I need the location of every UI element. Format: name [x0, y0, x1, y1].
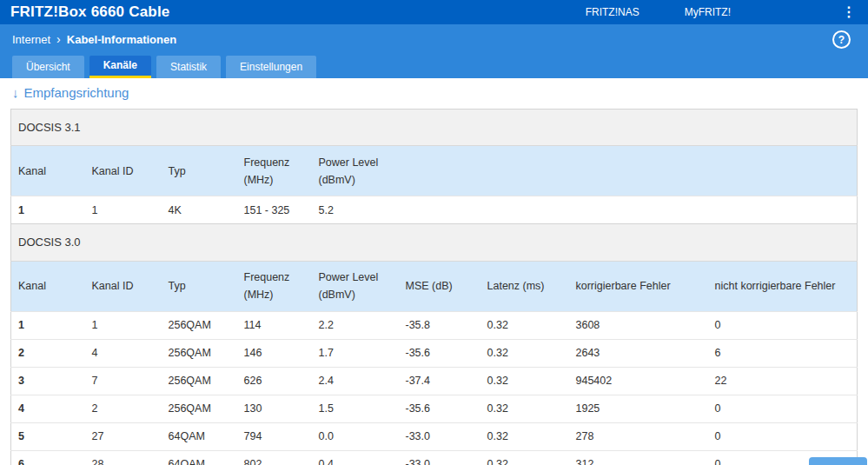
docsis30-table: DOCSIS 3.0KanalKanal IDTypFrequenz (MHz)… [10, 224, 858, 465]
cell: 794 [237, 422, 312, 450]
cell: 151 - 325 [237, 196, 312, 224]
cell: 278 [569, 422, 708, 450]
tab-einstellungen[interactable]: Einstellungen [226, 56, 316, 78]
cell: -35.6 [399, 339, 480, 367]
cell: 312 [569, 450, 708, 465]
section-heading: ↓Empfangsrichtung [10, 78, 858, 109]
column-header: Power Level (dBmV) [312, 146, 858, 196]
app-header: FRITZ!Box 6660 Cable FRITZ!NAS MyFRITZ! … [0, 0, 868, 24]
cell: 256QAM [162, 339, 237, 367]
cell: 1.5 [312, 395, 399, 422]
table-section-row: DOCSIS 3.0 [11, 224, 858, 261]
tab-statistik[interactable]: Statistik [156, 56, 221, 78]
cell: 0.32 [480, 395, 569, 422]
cell: 1925 [569, 395, 708, 422]
cell: 945402 [569, 367, 708, 395]
down-arrow-icon: ↓ [12, 85, 19, 100]
menu-dots-icon[interactable]: ⋮ [842, 5, 856, 19]
breadcrumb-section[interactable]: Internet [12, 33, 50, 46]
table-section-title: DOCSIS 3.0 [11, 224, 858, 261]
cell: 1 [85, 311, 162, 339]
cell: 256QAM [162, 311, 237, 339]
cell: 28 [85, 450, 162, 465]
cell: 7 [85, 367, 162, 395]
table-row: 37256QAM6262.4-37.40.3294540222 [11, 367, 858, 395]
table-header-row: KanalKanal IDTypFrequenz (MHz)Power Leve… [11, 146, 858, 196]
cell: 27 [85, 422, 162, 450]
cell: 3608 [569, 311, 708, 339]
cell: 626 [237, 367, 312, 395]
table-row: 24256QAM1461.7-35.60.3226436 [11, 339, 858, 367]
cell: 0.32 [480, 422, 569, 450]
table-section-row: DOCSIS 3.1 [11, 110, 858, 146]
app-title: FRITZ!Box 6660 Cable [10, 3, 170, 21]
cell: 0.32 [480, 311, 569, 339]
cell: 2 [85, 395, 162, 422]
help-icon[interactable]: ? [832, 30, 851, 49]
column-header: Frequenz (MHz) [237, 261, 312, 311]
cell: 1 [11, 311, 85, 339]
column-header: korrigierbare Fehler [569, 261, 708, 311]
cell: 256QAM [162, 367, 237, 395]
table-row: 42256QAM1301.5-35.60.3219250 [11, 395, 858, 422]
column-header: nicht korrigierbare Fehler [708, 261, 858, 311]
column-header: Latenz (ms) [480, 261, 569, 311]
column-header: Kanal ID [85, 146, 162, 196]
breadcrumb-separator-icon: › [56, 32, 61, 46]
column-header: MSE (dB) [399, 261, 480, 311]
column-header: Frequenz (MHz) [237, 146, 312, 196]
cell: 1 [85, 196, 162, 224]
link-fritznas[interactable]: FRITZ!NAS [586, 6, 639, 18]
cell: 2643 [569, 339, 708, 367]
cell: 0.0 [312, 422, 399, 450]
table-header-row: KanalKanal IDTypFrequenz (MHz)Power Leve… [11, 261, 858, 311]
column-header: Typ [162, 261, 237, 311]
tab-bersicht[interactable]: Übersicht [12, 56, 84, 78]
cell: 0.32 [480, 450, 569, 465]
table-row: 114K151 - 3255.2 [11, 196, 858, 224]
cell: 3 [11, 367, 85, 395]
table-row: 62864QAM8020.4-33.00.323120 [11, 450, 858, 465]
column-header: Kanal ID [85, 261, 162, 311]
cell: 64QAM [162, 450, 237, 465]
link-myfritz[interactable]: MyFRITZ! [685, 6, 731, 18]
cell: -33.0 [399, 450, 480, 465]
column-header: Kanal [11, 261, 85, 311]
cell: 2.4 [312, 367, 399, 395]
nav-bar: Internet › Kabel-Informationen ? Übersic… [0, 24, 868, 78]
cell: 802 [237, 450, 312, 465]
cell: 0 [708, 422, 858, 450]
table-row: 11256QAM1142.2-35.80.3236080 [11, 311, 858, 339]
cell: 4 [11, 395, 85, 422]
column-header: Power Level (dBmV) [312, 261, 399, 311]
cell: -33.0 [399, 422, 480, 450]
column-header: Kanal [11, 146, 85, 196]
cell: 2 [11, 339, 85, 367]
cell: -35.8 [399, 311, 480, 339]
docsis31-table: DOCSIS 3.1KanalKanal IDTypFrequenz (MHz)… [10, 109, 858, 224]
cell: 0.32 [480, 339, 569, 367]
tab-bar: ÜbersichtKanäleStatistikEinstellungen [0, 54, 868, 78]
cell: 1 [11, 196, 85, 224]
breadcrumb: Internet › Kabel-Informationen ? [0, 24, 868, 54]
cell: 1.7 [312, 339, 399, 367]
cell: -37.4 [399, 367, 480, 395]
cell: 0.4 [312, 450, 399, 465]
floating-button[interactable] [809, 457, 867, 465]
table-section-title: DOCSIS 3.1 [11, 110, 858, 146]
cell: 5 [11, 422, 85, 450]
cell: 114 [237, 311, 312, 339]
cell: 256QAM [162, 395, 237, 422]
cell: 22 [708, 367, 858, 395]
cell: 0 [708, 395, 858, 422]
cell: -35.6 [399, 395, 480, 422]
section-title: Empfangsrichtung [24, 85, 129, 100]
cell: 0 [708, 311, 858, 339]
column-header: Typ [162, 146, 237, 196]
tab-kanle[interactable]: Kanäle [89, 56, 151, 78]
cell: 146 [237, 339, 312, 367]
cell: 64QAM [162, 422, 237, 450]
cell: 4K [162, 196, 237, 224]
main-content: ↓Empfangsrichtung DOCSIS 3.1KanalKanal I… [0, 78, 868, 465]
table-row: 52764QAM7940.0-33.00.322780 [11, 422, 858, 450]
